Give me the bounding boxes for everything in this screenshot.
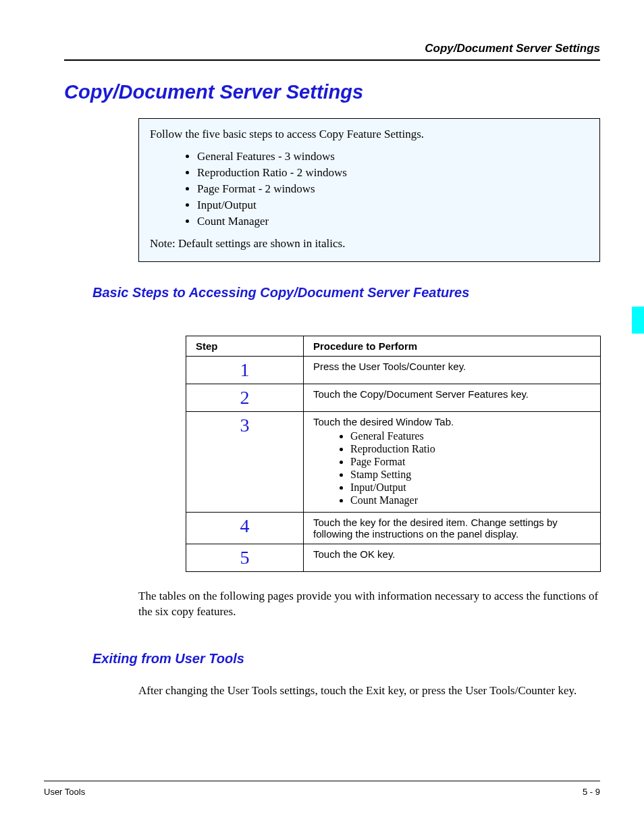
callout-item: Reproduction Ratio - 2 windows (197, 165, 589, 181)
steps-table: Step Procedure to Perform 1 Press the Us… (186, 336, 601, 572)
document-page: Copy/Document Server Settings Copy/Docum… (0, 0, 644, 834)
table-header-procedure: Procedure to Perform (304, 336, 601, 356)
step-number: 1 (196, 361, 294, 380)
callout-item: Count Manager (197, 214, 589, 230)
sublist-item: Stamp Setting (350, 469, 591, 481)
sublist-item: Input/Output (350, 481, 591, 494)
step-sublist: General Features Reproduction Ratio Page… (350, 430, 591, 506)
page-footer: User Tools 5 - 9 (44, 781, 600, 797)
followup-paragraph: The tables on the following pages provid… (138, 588, 600, 621)
footer-left: User Tools (44, 787, 85, 797)
step-procedure: Touch the Copy/Document Server Features … (304, 384, 601, 411)
sublist-item: Count Manager (350, 494, 591, 506)
step-number: 2 (196, 388, 294, 407)
step-procedure: Touch the desired Window Tab. General Fe… (304, 411, 601, 512)
callout-item: Page Format - 2 windows (197, 182, 589, 197)
section-heading: Basic Steps to Accessing Copy/Document S… (92, 285, 600, 301)
side-tab-marker (632, 307, 644, 334)
step-text: Touch the desired Window Tab. (313, 416, 454, 427)
step-procedure: Touch the key for the desired item. Chan… (304, 512, 601, 544)
table-row: 2 Touch the Copy/Document Server Feature… (186, 384, 601, 411)
table-header-step: Step (186, 336, 304, 356)
step-procedure: Press the User Tools/Counter key. (304, 356, 601, 384)
running-header: Copy/Document Server Settings (64, 42, 600, 61)
step-procedure: Touch the OK key. (304, 544, 601, 571)
sublist-item: General Features (350, 430, 591, 442)
callout-note: Note: Default settings are shown in ital… (150, 236, 589, 252)
intro-callout: Follow the five basic steps to access Co… (138, 118, 600, 262)
section-heading: Exiting from User Tools (92, 651, 600, 667)
callout-intro: Follow the five basic steps to access Co… (150, 127, 589, 142)
table-row: 3 Touch the desired Window Tab. General … (186, 411, 601, 512)
table-row: 5 Touch the OK key. (186, 544, 601, 571)
page-title: Copy/Document Server Settings (64, 81, 600, 103)
body-paragraph: After changing the User Tools settings, … (138, 683, 600, 699)
step-number: 3 (196, 416, 294, 435)
step-number: 5 (196, 548, 294, 567)
table-row: 4 Touch the key for the desired item. Ch… (186, 512, 601, 544)
footer-right: 5 - 9 (583, 787, 600, 797)
step-number: 4 (196, 517, 294, 536)
callout-item: General Features - 3 windows (197, 149, 589, 165)
sublist-item: Reproduction Ratio (350, 443, 591, 455)
callout-list: General Features - 3 windows Reproductio… (197, 149, 589, 230)
sublist-item: Page Format (350, 456, 591, 468)
callout-item: Input/Output (197, 198, 589, 213)
table-row: 1 Press the User Tools/Counter key. (186, 356, 601, 384)
